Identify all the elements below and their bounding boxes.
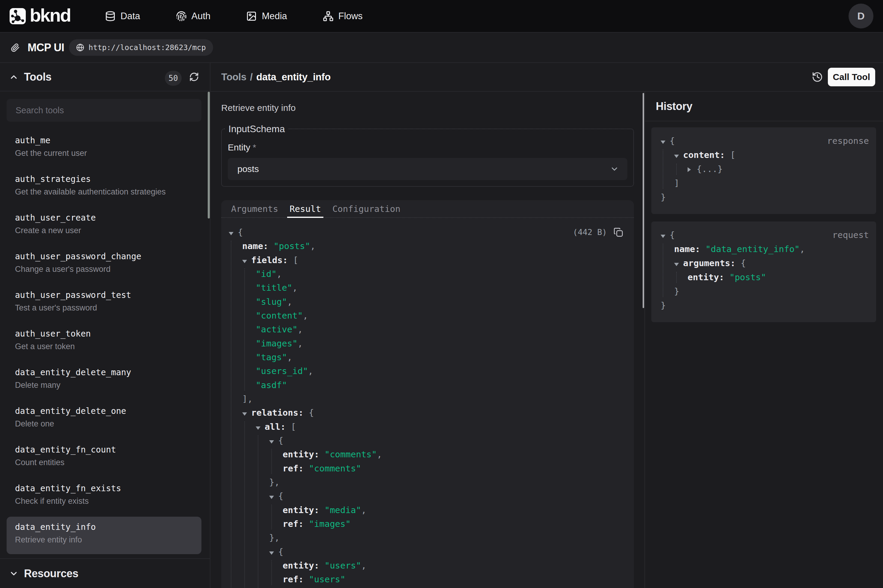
- tool-list-item[interactable]: auth_user_password_changeChange a user's…: [7, 246, 201, 284]
- tools-section-header[interactable]: Tools 50: [0, 63, 210, 92]
- json-line: entity: "comments",: [229, 447, 623, 461]
- json-line: }: [661, 190, 869, 204]
- chevron-down-icon[interactable]: [9, 569, 19, 578]
- tool-list-item[interactable]: data_entity_delete_oneDelete one: [7, 401, 201, 438]
- nav-item-auth[interactable]: Auth: [176, 11, 211, 22]
- tool-name: auth_user_create: [15, 212, 193, 224]
- json-toggle-icon[interactable]: [269, 434, 278, 447]
- triangle-down-icon: [661, 235, 666, 238]
- tool-description: Get the available authentication strateg…: [15, 186, 193, 198]
- json-toggle-icon[interactable]: [242, 406, 251, 420]
- json-toggle-icon[interactable]: [256, 420, 265, 434]
- json-children-group: content: [{...}]: [661, 148, 869, 190]
- triangle-down-icon: [269, 496, 274, 499]
- json-indent-guide: [271, 505, 272, 530]
- tab-configuration[interactable]: Configuration: [332, 200, 401, 217]
- entity-select[interactable]: posts: [228, 158, 627, 180]
- history-header: History: [645, 92, 883, 122]
- tool-name: data_entity_delete_one: [15, 405, 193, 417]
- resources-title: Resources: [24, 567, 78, 580]
- json-line: }: [661, 284, 869, 298]
- sidebar-scrollbar-thumb[interactable]: [208, 92, 210, 219]
- tool-list-item[interactable]: data_entity_fn_existsCheck if entity exi…: [7, 478, 201, 516]
- history-icon[interactable]: [812, 71, 823, 83]
- json-line: "content",: [229, 309, 623, 322]
- json-string-value: "tags": [256, 352, 287, 362]
- tool-list-item[interactable]: data_entity_infoRetrieve entity info: [7, 517, 201, 554]
- breadcrumb-section[interactable]: Tools: [221, 71, 246, 82]
- tab-result[interactable]: Result: [289, 200, 322, 217]
- nav-item-flows[interactable]: Flows: [323, 11, 363, 22]
- history-entry-response[interactable]: response{content: [{...}]}: [651, 128, 876, 214]
- json-line: name: "posts",: [229, 239, 623, 253]
- tool-list-item[interactable]: data_entity_delete_manyDelete many: [7, 362, 201, 399]
- json-toggle-icon[interactable]: [242, 253, 251, 267]
- json-toggle-icon[interactable]: [688, 162, 697, 176]
- tool-description: Delete one: [15, 417, 193, 430]
- breadcrumb-separator: /: [250, 71, 253, 82]
- tool-list-item[interactable]: auth_strategiesGet the available authent…: [7, 169, 201, 206]
- chevron-up-icon[interactable]: [9, 72, 19, 82]
- image-icon: [246, 11, 257, 22]
- input-schema-legend: InputSchema: [225, 123, 288, 135]
- tool-list-item[interactable]: auth_user_tokenGet a user token: [7, 323, 201, 361]
- refresh-icon[interactable]: [189, 72, 199, 82]
- json-bracket: },: [269, 477, 280, 487]
- json-comma: ,: [377, 449, 382, 459]
- tool-list-item[interactable]: data_entity_fn_countCount entities: [7, 440, 201, 477]
- brand-logo[interactable]: bknd: [10, 6, 70, 26]
- json-line: ref: "images": [229, 517, 623, 531]
- json-string-value: "comments": [325, 449, 377, 459]
- json-key: entity:: [283, 560, 319, 571]
- endpoint-url: http://localhost:28623/mcp: [88, 43, 205, 52]
- json-children-group: entity: "media",ref: "images": [229, 503, 623, 531]
- json-indent-guide: [271, 560, 272, 585]
- json-toggle-icon[interactable]: [269, 489, 278, 503]
- triangle-down-icon: [674, 154, 679, 158]
- resources-section-header[interactable]: Resources: [0, 558, 210, 588]
- json-collapsed-value: {...}: [697, 164, 723, 174]
- copy-icon[interactable]: [613, 228, 623, 237]
- json-toggle-icon[interactable]: [674, 148, 683, 162]
- endpoint-pill[interactable]: http://localhost:28623/mcp: [69, 39, 213, 56]
- json-comma: ,: [287, 352, 292, 362]
- json-bracket: {: [670, 136, 675, 146]
- nav-item-label: Flows: [339, 11, 363, 22]
- json-bracket: [: [291, 422, 296, 432]
- triangle-down-icon: [269, 440, 274, 444]
- main-scrollbar-thumb[interactable]: [643, 93, 644, 308]
- json-line: arguments: {: [661, 256, 869, 270]
- json-string-value: "data_entity_info": [706, 244, 800, 254]
- json-key: entity:: [688, 272, 724, 282]
- json-string-value: "comments": [309, 464, 361, 474]
- tool-list-item[interactable]: auth_meGet the current user: [7, 130, 201, 168]
- tool-name: data_entity_info: [15, 521, 193, 534]
- json-toggle-icon[interactable]: [661, 228, 670, 242]
- json-line: content: [: [661, 148, 869, 162]
- json-string-value: "asdf": [256, 380, 287, 390]
- tool-name: auth_user_token: [15, 328, 193, 340]
- json-toggle-icon[interactable]: [661, 134, 670, 148]
- tool-list-item[interactable]: auth_user_password_testTest a user's pas…: [7, 285, 201, 322]
- json-toggle-icon[interactable]: [269, 545, 278, 559]
- nav-item-media[interactable]: Media: [246, 11, 287, 22]
- history-title: History: [656, 100, 693, 112]
- json-bracket: ],: [242, 394, 253, 404]
- avatar[interactable]: D: [849, 4, 873, 28]
- json-bracket: {: [278, 435, 283, 446]
- json-line: entity: "posts": [661, 270, 869, 284]
- json-children-group: {entity: "comments",ref: "comments"},{en…: [229, 434, 623, 588]
- tool-list-item[interactable]: auth_user_createCreate a new user: [7, 207, 201, 245]
- nav-item-data[interactable]: Data: [105, 11, 140, 22]
- call-tool-button[interactable]: Call Tool: [828, 68, 875, 86]
- triangle-down-icon: [229, 232, 234, 235]
- json-indent-guide: [271, 449, 272, 474]
- tab-arguments[interactable]: Arguments: [231, 200, 279, 217]
- json-line: }: [229, 586, 623, 588]
- json-string-value: "posts": [274, 241, 310, 251]
- history-entry-request[interactable]: request{name: "data_entity_info",argumen…: [651, 222, 876, 322]
- search-input[interactable]: [7, 99, 201, 122]
- fingerprint-icon: [176, 11, 187, 22]
- json-toggle-icon[interactable]: [674, 256, 683, 270]
- json-toggle-icon[interactable]: [229, 225, 238, 239]
